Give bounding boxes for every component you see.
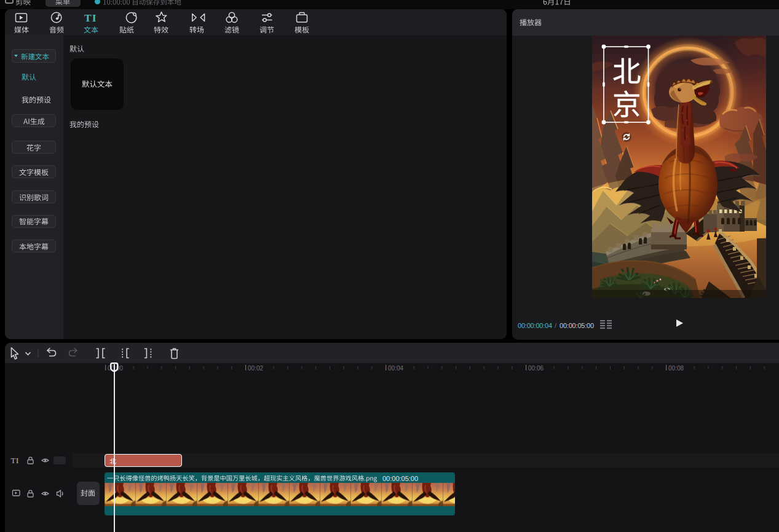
svg-text:00:02: 00:02 [248,365,263,372]
svg-text:00:06: 00:06 [528,365,544,372]
svg-text:00:04: 00:04 [388,365,403,372]
svg-text:00:08: 00:08 [668,365,684,372]
